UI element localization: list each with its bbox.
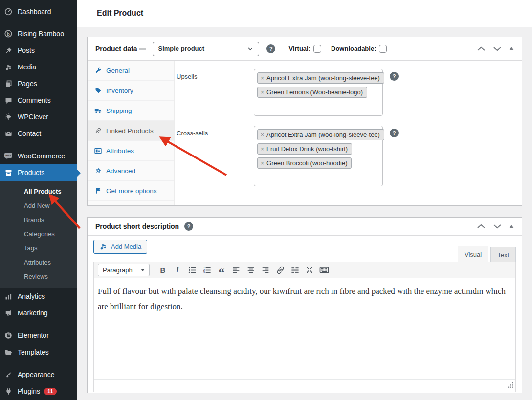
tab-inventory[interactable]: Inventory (88, 81, 174, 101)
flag-icon (94, 187, 102, 195)
remove-chip-icon[interactable]: × (261, 146, 264, 153)
divider (282, 44, 282, 54)
sidebar-item-media[interactable]: Media (0, 59, 77, 75)
move-panel-up-icon[interactable] (477, 223, 486, 230)
help-icon[interactable]: ? (266, 44, 275, 53)
align-right-icon[interactable] (258, 264, 273, 276)
help-icon[interactable]: ? (390, 129, 399, 137)
product-data-title: Product data — (95, 45, 146, 53)
sidebar-item-comments[interactable]: Comments (0, 92, 77, 109)
tab-linked-products[interactable]: Linked Products (88, 121, 174, 141)
upsell-chip[interactable]: ×Green Lemons (Woo-beanie-logo) (257, 87, 367, 98)
sidebar-item-analytics[interactable]: Analytics (0, 288, 77, 305)
tab-attributes[interactable]: Attributes (88, 141, 174, 161)
submenu-add-new[interactable]: Add New (0, 199, 77, 213)
blockquote-icon[interactable]: “ (214, 264, 229, 276)
products-box-icon (3, 168, 13, 178)
tag-icon (94, 87, 102, 94)
short-description-header: Product short description ? (88, 218, 522, 236)
product-type-select[interactable]: Simple product (153, 42, 259, 56)
sidebar-label: Pages (18, 80, 37, 88)
submenu-reviews[interactable]: Reviews (0, 269, 77, 284)
sidebar-item-plugins[interactable]: Plugins 11 (0, 383, 77, 400)
collapse-panel-icon[interactable] (509, 47, 514, 50)
paragraph-dropdown[interactable]: Paragraph (98, 264, 150, 276)
sidebar-item-marketing[interactable]: Marketing (0, 305, 77, 321)
submenu-categories[interactable]: Categories (0, 227, 77, 241)
bulleted-list-icon[interactable] (185, 264, 200, 276)
sidebar-item-posts[interactable]: Posts (0, 42, 77, 59)
sidebar-item-contact[interactable]: Contact (0, 125, 77, 142)
cross-sell-chip[interactable]: ×Apricot Extra Jam (woo-long-sleeve-tee) (257, 129, 384, 140)
sidebar-label: Comments (18, 96, 51, 104)
short-description-panel: Product short description ? Add Media Vi… (87, 217, 522, 393)
align-center-icon[interactable] (244, 264, 258, 276)
sidebar-item-templates[interactable]: Templates (0, 344, 77, 360)
move-panel-down-icon[interactable] (493, 45, 502, 52)
wrench-icon (94, 67, 102, 74)
submenu-attributes[interactable]: Attributes (0, 255, 77, 269)
sidebar-item-wpclever[interactable]: WPClever (0, 109, 77, 125)
tab-shipping[interactable]: Shipping (88, 101, 174, 121)
link-icon[interactable] (273, 264, 288, 276)
rising-bamboo-icon: b (3, 29, 13, 39)
move-panel-up-icon[interactable] (477, 45, 486, 52)
page-title: Edit Product (77, 0, 532, 18)
submenu-all-products[interactable]: All Products (0, 184, 77, 199)
sidebar-label: Dashboard (18, 8, 51, 16)
tab-get-more-options[interactable]: Get more options (88, 181, 174, 201)
remove-chip-icon[interactable]: × (261, 75, 264, 82)
sidebar-item-woocommerce[interactable]: Woo WooCommerce (0, 148, 77, 164)
sidebar-item-appearance[interactable]: Appearance (0, 366, 77, 383)
remove-chip-icon[interactable]: × (261, 89, 264, 96)
upsell-chip[interactable]: ×Apricot Extra Jam (woo-long-sleeve-tee) (257, 72, 384, 84)
move-panel-down-icon[interactable] (493, 223, 502, 230)
dashboard-icon (3, 7, 13, 17)
fullscreen-icon[interactable] (302, 264, 317, 276)
submenu-tags[interactable]: Tags (0, 241, 77, 255)
resize-grip[interactable] (508, 381, 514, 390)
upsells-label: Upsells (177, 69, 254, 116)
sidebar-item-rising-bamboo[interactable]: b Rising Bamboo (0, 25, 77, 42)
editor-content[interactable]: Full of flavour but with palate cleansin… (94, 278, 515, 379)
product-data-tabs: General Inventory Shipping Linked Produc… (88, 61, 175, 205)
italic-icon[interactable]: I (170, 264, 185, 276)
sidebar-item-dashboard[interactable]: Dashboard (0, 3, 77, 20)
numbered-list-icon[interactable]: 123 (200, 264, 214, 276)
virtual-checkbox[interactable] (313, 45, 321, 53)
add-media-button[interactable]: Add Media (93, 240, 147, 254)
help-icon[interactable]: ? (390, 72, 399, 81)
linked-products-pane: Upsells ×Apricot Extra Jam (woo-long-sle… (175, 61, 522, 205)
cross-sells-field: Cross-sells ×Apricot Extra Jam (woo-long… (177, 126, 515, 186)
keyboard-icon[interactable] (317, 264, 332, 276)
editor-mode-tabs: Visual Text (456, 246, 516, 262)
upsells-select[interactable]: ×Apricot Extra Jam (woo-long-sleeve-tee)… (254, 69, 383, 116)
editor-toolbar: Paragraph B I 123 “ (94, 262, 515, 278)
upsells-field: Upsells ×Apricot Extra Jam (woo-long-sle… (177, 69, 515, 116)
woocommerce-icon: Woo (3, 151, 13, 161)
remove-chip-icon[interactable]: × (261, 132, 264, 138)
sidebar-item-elementor[interactable]: Elementor (0, 327, 77, 344)
tab-general[interactable]: General (88, 61, 174, 81)
cross-sell-chip[interactable]: ×Fruit Detox Drink (woo-tshirt) (257, 143, 352, 155)
tab-visual[interactable]: Visual (458, 246, 488, 262)
sidebar-label: Contact (18, 130, 41, 137)
remove-chip-icon[interactable]: × (261, 160, 264, 167)
sidebar-item-products[interactable]: Products (0, 164, 77, 181)
downloadable-checkbox[interactable] (379, 45, 387, 53)
bold-icon[interactable]: B (155, 264, 170, 276)
tab-advanced[interactable]: Advanced (88, 161, 174, 181)
product-type-value: Simple product (158, 45, 204, 52)
tab-text[interactable]: Text (490, 247, 516, 262)
read-more-icon[interactable] (288, 264, 302, 276)
collapse-panel-icon[interactable] (509, 225, 514, 228)
sidebar-item-pages[interactable]: Pages (0, 75, 77, 92)
cross-sells-select[interactable]: ×Apricot Extra Jam (woo-long-sleeve-tee)… (254, 126, 383, 186)
submenu-brands[interactable]: Brands (0, 213, 77, 227)
truck-icon (94, 107, 102, 114)
align-left-icon[interactable] (229, 264, 244, 276)
cross-sell-chip[interactable]: ×Green Broccoli (woo-hoodie) (257, 157, 352, 169)
svg-text:3: 3 (203, 271, 204, 274)
help-icon[interactable]: ? (184, 222, 193, 231)
sidebar-label: Templates (18, 348, 49, 356)
